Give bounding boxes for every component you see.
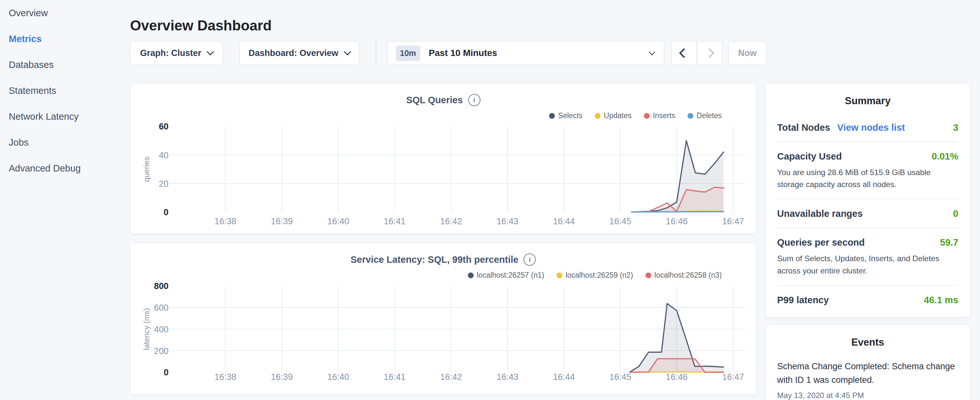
svg-text:16:45: 16:45 <box>609 217 631 226</box>
svg-text:800: 800 <box>154 281 169 291</box>
legend-dot <box>644 113 650 119</box>
chevron-down-icon <box>207 48 214 56</box>
view-nodes-link[interactable]: View nodes list <box>837 122 905 133</box>
events-title: Events <box>765 336 970 348</box>
chart-title: SQL Queries <box>406 95 463 105</box>
svg-text:16:41: 16:41 <box>384 217 406 226</box>
time-pager <box>671 41 722 65</box>
time-range-selector[interactable]: 10m Past 10 Minutes <box>388 41 664 65</box>
svg-text:0: 0 <box>164 207 169 217</box>
graph-scope-dropdown[interactable]: Graph: Cluster <box>130 41 223 65</box>
summary-row-total-nodes: Total Nodes View nodes list 3 <box>777 107 958 142</box>
controls-divider <box>375 41 376 65</box>
sidebar-item-jobs[interactable]: Jobs <box>9 129 119 155</box>
total-nodes-value: 3 <box>953 122 958 133</box>
svg-text:16:39: 16:39 <box>271 372 293 382</box>
svg-text:16:40: 16:40 <box>328 217 349 226</box>
legend-dot <box>557 273 562 278</box>
now-button-label: Now <box>738 48 757 58</box>
svg-text:16:38: 16:38 <box>215 217 236 226</box>
info-icon[interactable]: i <box>468 94 480 106</box>
prev-timerange-button[interactable] <box>672 41 697 65</box>
svg-text:16:43: 16:43 <box>496 217 518 226</box>
chart-legend: localhost:26257 (n1) localhost:26259 (n2… <box>468 271 722 280</box>
svg-text:20: 20 <box>159 179 169 189</box>
svg-text:400: 400 <box>154 325 169 334</box>
event-message: Schema Change Completed: Schema change w… <box>777 360 958 387</box>
sidebar-item-databases[interactable]: Databases <box>9 52 119 78</box>
chart-legend: Selects Updates Inserts Deletes <box>549 112 722 120</box>
legend-item: localhost:26257 (n1) <box>468 271 544 280</box>
svg-text:16:39: 16:39 <box>271 217 293 226</box>
p99-latency-value: 46.1 ms <box>924 295 958 306</box>
chart-title: Service Latency: SQL, 99th percentile <box>351 254 519 265</box>
sidebar-item-overview[interactable]: Overview <box>9 0 119 26</box>
page-title: Overview Dashboard <box>130 18 272 33</box>
info-icon[interactable]: i <box>523 253 536 266</box>
capacity-used-value: 0.01% <box>932 151 958 162</box>
legend-dot <box>646 273 651 278</box>
summary-row-queries-per-second: Queries per second 59.7 Sum of Selects, … <box>777 228 958 285</box>
dashboard-dropdown[interactable]: Dashboard: Overview <box>239 41 359 65</box>
svg-text:40: 40 <box>159 150 169 160</box>
svg-text:16:40: 16:40 <box>328 372 349 382</box>
service-latency-card: 16:3816:3916:4016:4116:4216:4316:4416:45… <box>130 243 756 395</box>
legend-dot <box>687 113 694 119</box>
event-timestamp: May 13, 2020 at 4:45 PM <box>777 391 958 400</box>
svg-text:16:43: 16:43 <box>496 372 518 382</box>
svg-text:16:44: 16:44 <box>553 372 574 382</box>
legend-dot <box>468 273 474 278</box>
sidebar-item-advanced-debug[interactable]: Advanced Debug <box>9 155 119 181</box>
next-timerange-button[interactable] <box>697 41 722 65</box>
legend-dot <box>549 113 555 119</box>
chevron-down-icon <box>344 48 351 56</box>
sql-queries-card: 16:3816:3916:4016:4116:4216:4316:4416:45… <box>130 83 756 234</box>
graph-scope-label: Graph: Cluster <box>140 48 201 58</box>
svg-text:16:45: 16:45 <box>609 372 631 382</box>
queries-per-second-description: Sum of Selects, Updates, Inserts, and De… <box>777 252 958 276</box>
svg-text:60: 60 <box>159 122 169 131</box>
svg-text:16:42: 16:42 <box>440 372 462 382</box>
chevron-right-icon <box>704 48 714 58</box>
summary-panel: Summary Total Nodes View nodes list 3 Ca… <box>765 83 970 317</box>
unavailable-ranges-value: 0 <box>953 209 958 219</box>
svg-text:16:42: 16:42 <box>440 217 462 226</box>
dashboard-label: Dashboard: Overview <box>248 48 339 58</box>
legend-item: localhost:26258 (n3) <box>646 271 722 280</box>
svg-text:latency (ms): latency (ms) <box>142 308 151 350</box>
svg-text:0: 0 <box>164 368 169 377</box>
time-range-label: Past 10 Minutes <box>429 48 497 58</box>
summary-row-capacity-used: Capacity Used 0.01% You are using 28.6 M… <box>777 142 958 199</box>
chevron-left-icon <box>679 48 689 58</box>
sidebar-item-statements[interactable]: Statements <box>9 78 119 104</box>
legend-item: localhost:26259 (n2) <box>557 271 633 280</box>
svg-text:queries: queries <box>142 157 151 182</box>
sidebar: Overview Metrics Databases Statements Ne… <box>9 0 119 181</box>
summary-row-p99-latency: P99 latency 46.1 ms <box>777 286 958 314</box>
svg-text:16:44: 16:44 <box>553 217 574 226</box>
svg-text:16:41: 16:41 <box>384 372 406 382</box>
now-button[interactable]: Now <box>728 41 767 65</box>
chevron-down-icon <box>649 49 655 55</box>
svg-text:200: 200 <box>154 346 169 356</box>
sidebar-item-metrics[interactable]: Metrics <box>9 26 119 52</box>
svg-text:16:47: 16:47 <box>722 217 744 226</box>
capacity-used-description: You are using 28.6 MiB of 515.9 GiB usab… <box>777 166 958 190</box>
sidebar-item-network-latency[interactable]: Network Latency <box>9 104 119 129</box>
events-panel: Events Schema Change Completed: Schema c… <box>765 325 970 400</box>
legend-item: Selects <box>549 112 582 120</box>
svg-text:16:46: 16:46 <box>666 372 687 382</box>
time-window-badge: 10m <box>396 46 420 61</box>
svg-text:16:46: 16:46 <box>666 217 687 226</box>
svg-text:600: 600 <box>154 303 169 312</box>
svg-text:16:38: 16:38 <box>215 372 236 382</box>
legend-item: Inserts <box>644 112 675 120</box>
svg-text:16:47: 16:47 <box>722 372 744 382</box>
summary-title: Summary <box>765 95 970 107</box>
summary-row-unavailable-ranges: Unavailable ranges 0 <box>777 199 958 228</box>
service-latency-chart[interactable]: 16:3816:3916:4016:4116:4216:4316:4416:45… <box>130 243 756 395</box>
legend-item: Updates <box>595 112 632 120</box>
legend-dot <box>595 113 600 119</box>
queries-per-second-value: 59.7 <box>940 237 958 248</box>
legend-item: Deletes <box>687 112 722 120</box>
